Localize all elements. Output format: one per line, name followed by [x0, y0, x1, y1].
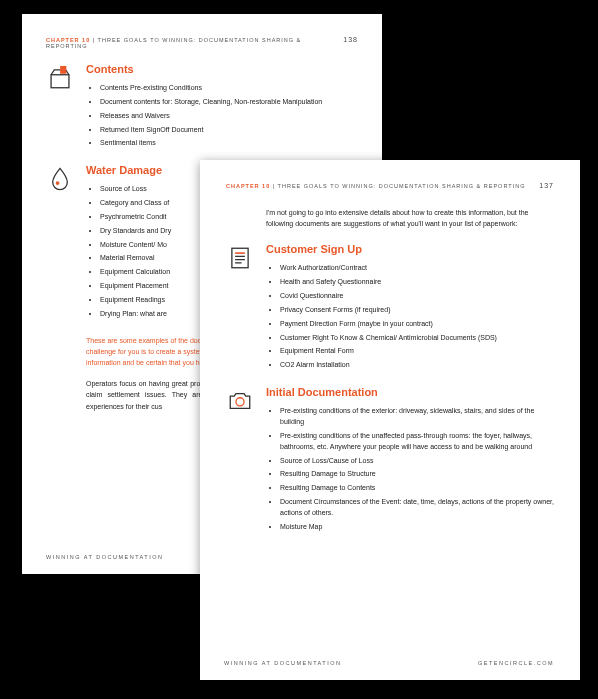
section-title: Contents: [86, 63, 358, 75]
list-item: Returned Item SignOff Document: [100, 125, 358, 136]
list-item: Privacy Consent Forms (if required): [280, 305, 554, 316]
chapter-header: CHAPTER 10 | Three goals to winning: Doc…: [226, 182, 554, 189]
list-item: Work Authorization/Contract: [280, 263, 554, 274]
list-item: Sentimental items: [100, 138, 358, 149]
svg-point-2: [56, 181, 60, 185]
section-contents: Contents Contents Pre-existing Condition…: [46, 63, 358, 152]
chapter-label: CHAPTER 10 | Three goals to winning: Doc…: [46, 37, 343, 49]
intro-paragraph: I'm not going to go into extensive detai…: [266, 207, 554, 229]
box-icon: [46, 63, 74, 91]
document-page-front: CHAPTER 10 | Three goals to winning: Doc…: [200, 160, 580, 680]
chapter-prefix: CHAPTER 10: [226, 183, 270, 189]
section-title: Initial Documentation: [266, 386, 554, 398]
section-customer-signup: Customer Sign Up Work Authorization/Cont…: [226, 243, 554, 374]
chapter-header: CHAPTER 10 | Three goals to winning: Doc…: [46, 36, 358, 49]
list-item: Source of Loss/Cause of Loss: [280, 456, 554, 467]
bullet-list: Contents Pre-existing Conditions Documen…: [86, 83, 358, 149]
bullet-list: Work Authorization/Contract Health and S…: [266, 263, 554, 371]
svg-rect-0: [51, 75, 69, 88]
page-number: 137: [539, 182, 554, 189]
section-initial-documentation: Initial Documentation Pre-existing condi…: [226, 386, 554, 535]
footer-left: WINNING AT DOCUMENTATION: [224, 660, 341, 666]
document-lines-icon: [226, 243, 254, 271]
chapter-title: | Three goals to winning: Documentation …: [270, 183, 525, 189]
list-item: Covid Questionnaire: [280, 291, 554, 302]
svg-point-8: [236, 398, 244, 406]
bullet-list: Pre-existing conditions of the exterior:…: [266, 406, 554, 532]
list-item: CO2 Alarm Installation: [280, 360, 554, 371]
list-item: Equipment Rental Form: [280, 346, 554, 357]
list-item: Resulting Damage to Structure: [280, 469, 554, 480]
camera-icon: [226, 386, 254, 414]
list-item: Releases and Waivers: [100, 111, 358, 122]
footer-right: GETENCIRCLE.COM: [478, 660, 554, 666]
list-item: Resulting Damage to Contents: [280, 483, 554, 494]
page-footer: WINNING AT DOCUMENTATION GETENCIRCLE.COM: [224, 660, 554, 666]
list-item: Health and Safety Questionnaire: [280, 277, 554, 288]
list-item: Payment Direction Form (maybe in your co…: [280, 319, 554, 330]
section-title: Customer Sign Up: [266, 243, 554, 255]
list-item: Contents Pre-existing Conditions: [100, 83, 358, 94]
list-item: Document contents for: Storage, Cleaning…: [100, 97, 358, 108]
list-item: Customer Right To Know & Chemical/ Antim…: [280, 333, 554, 344]
list-item: Moisture Map: [280, 522, 554, 533]
water-drop-icon: [46, 164, 74, 192]
page-number: 138: [343, 36, 358, 43]
list-item: Pre-existing conditions of the exterior:…: [280, 406, 554, 428]
svg-rect-3: [232, 249, 248, 269]
chapter-label: CHAPTER 10 | Three goals to winning: Doc…: [226, 183, 525, 189]
list-item: Pre-existing conditions of the unaffecte…: [280, 431, 554, 453]
footer-left: WINNING AT DOCUMENTATION: [46, 554, 163, 560]
svg-rect-1: [61, 67, 66, 74]
list-item: Document Circumstances of the Event: dat…: [280, 497, 554, 519]
